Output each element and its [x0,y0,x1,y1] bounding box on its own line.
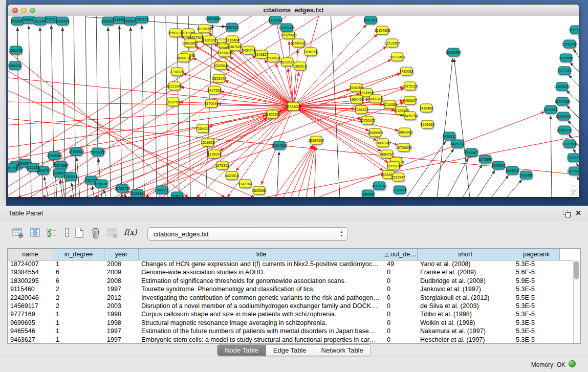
graph-node[interactable]: 1693120 [135,16,148,23]
citation-edge[interactable] [283,145,313,197]
graph-node[interactable]: 16543862 [182,39,198,47]
citation-edge[interactable] [206,25,213,197]
table-row[interactable]: 1938455462009Genome-wide association stu… [8,268,574,276]
table-row[interactable]: 946362711997Embryonic stem cells: a mode… [8,336,574,343]
graph-node[interactable]: 6791907 [464,148,478,157]
graph-node[interactable]: 9147284 [238,180,252,188]
citation-edge[interactable] [8,102,293,106]
graph-node[interactable]: 9684067 [380,150,394,158]
graph-node[interactable]: 8423513 [225,171,238,180]
table-cell[interactable]: 5.5E-5 [513,294,560,302]
table-cell[interactable]: 1 [53,319,104,327]
column-header-short[interactable]: short [418,249,513,260]
canvas-resize-grip[interactable] [571,189,578,196]
table-cell[interactable]: 0 [384,268,418,276]
citation-edge[interactable] [119,26,122,197]
graph-node[interactable]: 8960123 [168,29,182,37]
table-cell[interactable]: 1 [53,336,104,343]
graph-node[interactable]: 2803144 [212,74,226,82]
graph-node[interactable]: 1954456 [350,95,363,103]
graph-node[interactable]: 9463627 [403,96,417,104]
row-height-button[interactable] [60,226,74,239]
graph-node[interactable]: 10807487 [367,95,383,103]
citation-edge[interactable] [8,16,295,197]
citation-edge[interactable] [108,27,111,197]
graph-node[interactable]: 16210643 [555,112,571,120]
graph-node[interactable]: 9329966 [559,54,573,62]
table-cell[interactable]: 2012 [104,294,139,302]
table-cell[interactable]: Structural magnetic resonance image aver… [139,319,384,327]
graph-node[interactable]: 12923448 [129,189,145,197]
graph-node[interactable]: 2663150 [9,46,23,54]
graph-node[interactable]: 9170046 [204,99,218,107]
graph-node[interactable]: 8216085 [383,100,397,108]
graph-node[interactable]: 16033809 [205,16,221,23]
graph-node[interactable]: 18300295 [264,110,280,118]
graph-node[interactable]: 18226058 [196,25,212,33]
table-row[interactable]: 1456911722003Disruption of a novel membe… [8,302,574,310]
citation-edge[interactable] [8,106,293,171]
scrollbar-thumb[interactable] [574,261,579,279]
graph-node[interactable]: 1991362 [8,164,18,172]
citation-edge[interactable] [291,146,314,197]
table-cell[interactable]: 9115460 [8,285,53,293]
table-cell[interactable]: 5.3E-5 [513,285,560,293]
table-cell[interactable]: Estimation of the future numbers of pati… [139,327,384,335]
table-cell[interactable]: 5.3E-5 [513,310,560,318]
graph-node[interactable]: 20206556 [46,151,62,160]
graph-node[interactable]: 1362615 [293,62,307,70]
tab-node-table[interactable]: Node Table [217,345,266,356]
graph-node[interactable]: 8186328 [202,36,216,44]
table-settings-button[interactable] [11,226,25,239]
graph-node[interactable]: 1694513 [505,166,519,174]
graph-node[interactable]: 1693354 [55,17,69,25]
graph-node[interactable]: 7485083 [399,67,413,75]
graph-node[interactable]: 7254402 [195,124,209,133]
graph-node[interactable]: 18724007 [285,102,301,111]
table-cell[interactable]: 2 [53,302,104,310]
graph-node[interactable]: 25206950 [90,148,105,156]
table-vertical-scrollbar[interactable] [573,260,580,343]
select-all-rows-button[interactable] [45,226,58,239]
graph-node[interactable]: 1733426 [393,186,406,194]
graph-node[interactable]: 8215958 [543,105,557,114]
show-columns-button[interactable] [29,226,42,239]
table-cell[interactable]: 0 [384,336,418,343]
table-cell[interactable]: 1997 [104,336,139,343]
table-cell[interactable]: 1 [53,327,104,335]
column-header-year[interactable]: year [104,249,139,260]
graph-node[interactable]: 15692971 [556,126,572,134]
citation-edge[interactable] [277,151,279,197]
close-panel-button[interactable]: ✕ [574,209,582,218]
graph-node[interactable]: 15344513 [271,141,287,149]
citation-edge[interactable] [477,170,495,197]
citation-network-graph[interactable]: 1872400789601238912955182260589827508165… [8,16,579,197]
citation-edge[interactable] [98,158,102,197]
graph-node[interactable]: 1519913 [201,138,214,146]
table-cell[interactable]: de Silva et al. (2003) [418,302,513,310]
graph-node[interactable]: 8427552 [207,86,221,94]
graph-node[interactable]: 12093832 [554,82,570,91]
table-cell[interactable]: Nakamura et al. (1997) [418,327,513,335]
table-cell[interactable]: 2 [53,285,104,293]
table-cell[interactable]: 5.6E-5 [513,268,560,276]
graph-node[interactable]: 15720407 [359,116,375,124]
citation-edge[interactable] [8,106,293,148]
table-cell[interactable]: 1998 [104,319,139,327]
graph-node[interactable]: 19218986 [278,24,294,32]
citation-edge[interactable] [160,196,160,197]
citation-edge[interactable] [142,25,144,197]
citation-edge[interactable] [437,58,453,197]
table-cell[interactable]: 9699695 [8,319,53,327]
table-cell[interactable]: Hescheler et al. (1997) [418,336,513,343]
citation-edge[interactable] [447,158,468,197]
graph-node[interactable]: 1675898 [478,155,492,163]
table-cell[interactable]: Dudbridge et al. (2008) [418,277,513,285]
table-cell[interactable]: 1997 [104,285,139,293]
table-row[interactable]: 911546021997Tourette syndrome. Phenomeno… [8,285,574,293]
graph-node[interactable]: 7986322 [354,105,368,114]
table-cell[interactable]: Corpus callosum shape and size in male p… [139,310,384,318]
table-cell[interactable]: 9465546 [8,327,53,335]
table-cell[interactable]: Tourette syndrome. Phenomenology and cla… [139,285,384,293]
citation-edge[interactable] [306,146,315,197]
